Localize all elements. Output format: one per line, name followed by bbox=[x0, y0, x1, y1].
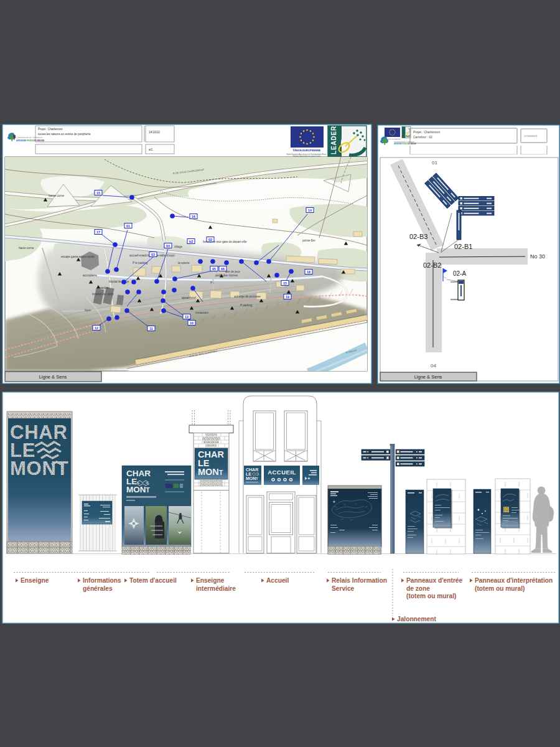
svg-text:ARDENNE RIVES DE MEUSE: ARDENNE RIVES DE MEUSE bbox=[16, 139, 45, 142]
svg-text:MONT: MONT bbox=[198, 467, 223, 477]
svg-text:LEADER: LEADER bbox=[330, 126, 337, 154]
svg-text:01: 01 bbox=[126, 224, 130, 228]
svg-text:UNION EUROPEENNE: UNION EUROPEENNE bbox=[293, 148, 321, 152]
svg-text:19: 19 bbox=[286, 295, 289, 299]
svg-text:jardin des moines: jardin des moines bbox=[215, 274, 238, 277]
svg-text:04: 04 bbox=[431, 363, 436, 369]
svg-text:05: 05 bbox=[212, 267, 216, 271]
svg-text:Service: Service bbox=[332, 585, 355, 592]
svg-text:11: 11 bbox=[149, 327, 153, 331]
svg-text:02-A: 02-A bbox=[453, 270, 466, 277]
svg-text:01: 01 bbox=[432, 160, 437, 166]
svg-text:Jalonnement: Jalonnement bbox=[397, 616, 436, 622]
svg-text:b2: b2 bbox=[189, 240, 193, 243]
svg-text:02-B1: 02-B1 bbox=[454, 243, 472, 250]
svg-text:CHAR: CHAR bbox=[246, 467, 258, 472]
svg-text:14/10/22: 14/10/22 bbox=[149, 131, 160, 134]
svg-text:02-B3: 02-B3 bbox=[409, 233, 427, 240]
svg-text:la toiterie: la toiterie bbox=[178, 261, 190, 265]
svg-text:Totem d'accueil: Totem d'accueil bbox=[129, 577, 177, 584]
svg-text:06: 06 bbox=[221, 267, 225, 271]
svg-text:Ligne & Sens: Ligne & Sens bbox=[414, 374, 442, 380]
svg-text:pointe Est: pointe Est bbox=[302, 239, 315, 242]
svg-text:04: 04 bbox=[166, 244, 170, 248]
svg-text:(totem ou mural): (totem ou mural) bbox=[475, 585, 525, 592]
svg-text:Relais Information: Relais Information bbox=[332, 577, 387, 584]
svg-text:P i: P i bbox=[210, 281, 213, 284]
svg-text:cantine: cantine bbox=[100, 286, 109, 289]
svg-text:MONT: MONT bbox=[246, 476, 258, 481]
svg-text:de zone: de zone bbox=[406, 585, 430, 592]
svg-text:basse corne: basse corne bbox=[49, 194, 64, 197]
svg-text:auberge de jeunesse: auberge de jeunesse bbox=[234, 295, 261, 298]
svg-text:15: 15 bbox=[283, 281, 287, 285]
svg-text:Informations: Informations bbox=[83, 577, 121, 584]
svg-text:intermédiaire: intermédiaire bbox=[196, 585, 236, 592]
svg-text:No 30: No 30 bbox=[530, 253, 545, 260]
svg-text:Panneaux d'entrée: Panneaux d'entrée bbox=[406, 577, 463, 584]
svg-text:13: 13 bbox=[185, 315, 189, 319]
svg-text:accropierre: accropierre bbox=[83, 274, 97, 277]
svg-text:17: 17 bbox=[96, 230, 100, 234]
svg-text:ARDENNE RIVES DE MEUSE: ARDENNE RIVES DE MEUSE bbox=[394, 143, 416, 145]
svg-text:location de vélos: location de vélos bbox=[92, 293, 114, 296]
svg-text:16: 16 bbox=[192, 215, 195, 218]
svg-text:15: 15 bbox=[96, 191, 100, 195]
svg-text:aire de jeux: aire de jeux bbox=[225, 270, 240, 273]
svg-text:haute corne: haute corne bbox=[19, 247, 34, 250]
svg-text:LE: LE bbox=[246, 472, 251, 476]
svg-text:ACCUEIL: ACCUEIL bbox=[268, 469, 296, 476]
svg-text:escape game-accro-rando: escape game-accro-rando bbox=[61, 255, 95, 258]
svg-text:P le parking: P le parking bbox=[133, 261, 148, 265]
svg-text:Accueil: Accueil bbox=[266, 577, 289, 584]
svg-text:10: 10 bbox=[190, 321, 194, 325]
svg-text:village: village bbox=[174, 245, 182, 248]
svg-text:Projet : Charlemont: Projet : Charlemont bbox=[38, 128, 63, 131]
svg-text:toutes les raisons en entrée d: toutes les raisons en entrée de périphér… bbox=[38, 133, 91, 136]
svg-text:Ligne & Sens: Ligne & Sens bbox=[39, 374, 67, 380]
svg-text:Panneaux d'interprétation: Panneaux d'interprétation bbox=[475, 577, 553, 584]
svg-text:MONT: MONT bbox=[126, 485, 150, 494]
svg-text:foyer: foyer bbox=[85, 309, 91, 312]
svg-text:17/10/2023: 17/10/2023 bbox=[524, 134, 538, 138]
svg-text:02: 02 bbox=[208, 238, 212, 242]
svg-text:apparthotel: apparthotel bbox=[182, 296, 196, 299]
svg-text:02-B2: 02-B2 bbox=[423, 261, 441, 269]
svg-text:MONT: MONT bbox=[10, 458, 68, 479]
svg-text:Enseigne: Enseigne bbox=[21, 577, 49, 584]
svg-text:14: 14 bbox=[308, 209, 312, 212]
svg-text:Carrefour : 02: Carrefour : 02 bbox=[413, 135, 432, 139]
svg-text:a/1: a/1 bbox=[149, 148, 153, 151]
svg-text:18: 18 bbox=[307, 270, 310, 274]
svg-text:générales: générales bbox=[83, 585, 113, 592]
svg-text:restaurant: restaurant bbox=[195, 311, 208, 314]
svg-text:12: 12 bbox=[95, 326, 98, 330]
svg-text:03: 03 bbox=[151, 253, 155, 256]
svg-text:Projet : Charlemont: Projet : Charlemont bbox=[413, 130, 441, 134]
svg-text:P parking: P parking bbox=[240, 304, 253, 307]
svg-text:(totem ou mural): (totem ou mural) bbox=[406, 593, 456, 599]
svg-text:Enseigne: Enseigne bbox=[196, 577, 225, 584]
